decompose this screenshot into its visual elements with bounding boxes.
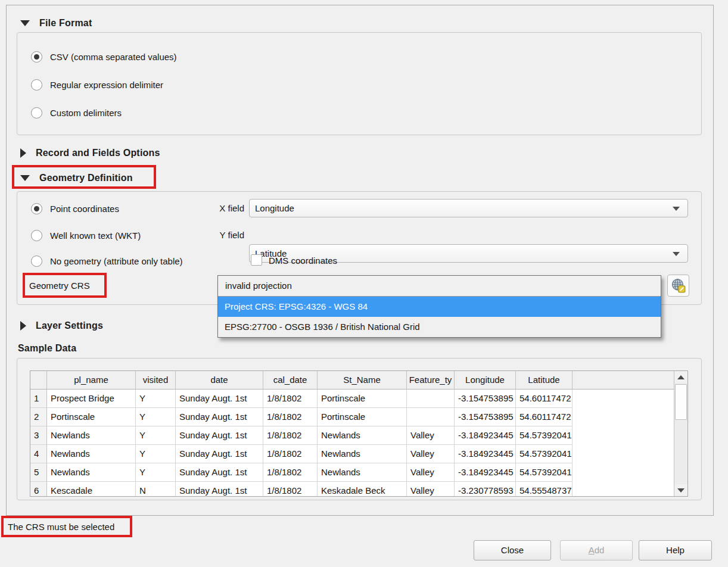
column-header-cal_date: cal_date (263, 371, 318, 390)
radio-button-icon[interactable] (31, 51, 42, 63)
table-cell: Valley (407, 482, 455, 496)
column-header-St_Name: St_Name (318, 371, 407, 390)
add-button[interactable]: Add (560, 540, 633, 560)
section-header-geometry-definition[interactable]: Geometry Definition (20, 172, 133, 185)
radio-csv[interactable]: CSV (comma separated values) (31, 51, 177, 63)
geometry-crs-combobox-popup: invalid projection Project CRS: EPSG:432… (217, 275, 661, 338)
table-row: 6KescadaleNSunday Augt. 1st1/8/1802Keska… (30, 482, 674, 496)
table-cell: 1/8/1802 (263, 482, 318, 496)
geometry-crs-label: Geometry CRS (29, 281, 90, 291)
column-header-visited: visited (136, 371, 176, 390)
column-header-Latitude: Latitude (516, 371, 573, 390)
column-header-pl_name: pl_name (47, 371, 136, 390)
table-cell (407, 408, 455, 426)
row-number-cell: 3 (30, 426, 47, 445)
radio-wkt[interactable]: Well known text (WKT) (31, 230, 141, 241)
radio-label: CSV (comma separated values) (50, 52, 177, 62)
table-cell: Portinscale (318, 408, 407, 426)
radio-button-icon[interactable] (31, 256, 42, 267)
table-cell: 1/8/1802 (263, 426, 318, 445)
table-cell: 1/8/1802 (263, 445, 318, 463)
close-button[interactable]: Close (474, 540, 551, 560)
table-row: 5NewlandsYSunday Augt. 1st1/8/1802Newlan… (30, 463, 674, 482)
table-corner-cell (30, 371, 47, 390)
radio-label: Regular expression delimiter (50, 80, 163, 90)
table-cell (407, 390, 455, 408)
radio-button-icon[interactable] (31, 230, 42, 241)
table-row: 2PortinscaleYSunday Augt. 1st1/8/1802Por… (30, 408, 674, 426)
radio-no-geometry[interactable]: No geometry (attribute only table) (31, 256, 183, 267)
scroll-down-button[interactable] (674, 484, 687, 496)
dms-coordinates-label: DMS coordinates (269, 256, 337, 266)
radio-button-icon[interactable] (31, 203, 42, 214)
x-field-value: Longitude (255, 203, 294, 213)
table-cell: -3.184923445 (455, 426, 516, 445)
geometry-crs-combobox[interactable]: invalid projection (218, 276, 661, 297)
crs-dropdown-item-1[interactable]: EPSG:27700 - OSGB 1936 / British Nationa… (218, 317, 661, 337)
collapse-arrow-down-icon (20, 175, 30, 181)
collapse-arrow-right-icon (20, 321, 26, 331)
radio-label: Well known text (WKT) (50, 230, 141, 241)
row-number-cell: 1 (30, 390, 47, 408)
table-cell: -3.184923445 (455, 463, 516, 482)
collapse-arrow-right-icon (20, 148, 26, 158)
radio-label: No geometry (attribute only table) (50, 256, 183, 266)
section-title: File Format (39, 18, 92, 29)
radio-point-coordinates[interactable]: Point coordinates (31, 203, 119, 214)
table-cell: 54.57392041 (516, 463, 573, 482)
table-cell: Sunday Augt. 1st (176, 390, 263, 408)
column-header-Feature_ty: Feature_ty (407, 371, 455, 390)
chevron-down-icon (673, 252, 680, 256)
section-header-file-format[interactable]: File Format (20, 17, 92, 30)
table-cell-filler (573, 426, 674, 445)
table-cell: Portinscale (318, 390, 407, 408)
radio-button-icon[interactable] (31, 79, 42, 91)
radio-button-icon[interactable] (31, 107, 42, 119)
section-header-layer-settings[interactable]: Layer Settings (20, 319, 103, 332)
row-number-cell: 5 (30, 463, 47, 482)
table-cell: Portinscale (47, 408, 136, 426)
status-message: The CRS must be selected (8, 522, 114, 532)
table-cell: Y (136, 408, 176, 426)
table-cell: Newlands (47, 463, 136, 482)
table-cell: Valley (407, 426, 455, 445)
table-row: 4NewlandsYSunday Augt. 1st1/8/1802Newlan… (30, 445, 674, 463)
table-cell: 54.60117472 (516, 408, 573, 426)
sample-data-table: pl_namevisiteddatecal_dateSt_NameFeature… (30, 370, 688, 497)
table-cell: Y (136, 463, 176, 482)
section-title: Geometry Definition (39, 173, 133, 183)
dms-coordinates-checkbox[interactable] (251, 254, 262, 266)
table-row: 1Prospect BridgeYSunday Augt. 1st1/8/180… (30, 390, 674, 408)
radio-custom-delimiters[interactable]: Custom delimiters (31, 107, 122, 119)
vertical-scrollbar[interactable] (674, 371, 687, 496)
table-cell: Valley (407, 445, 455, 463)
collapse-arrow-down-icon (20, 20, 30, 26)
crs-dropdown-item-0[interactable]: Project CRS: EPSG:4326 - WGS 84 (218, 297, 661, 317)
arrow-down-icon (677, 488, 685, 493)
help-button[interactable]: Help (639, 540, 712, 560)
table-cell: -3.154753895 (455, 390, 516, 408)
row-number-cell: 4 (30, 445, 47, 463)
table-cell: Newlands (318, 426, 407, 445)
radio-label: Point coordinates (50, 204, 119, 214)
x-field-label: X field (210, 203, 244, 213)
table-cell: Y (136, 426, 176, 445)
scrollbar-thumb[interactable] (675, 384, 687, 420)
radio-regex-delimiter[interactable]: Regular expression delimiter (31, 79, 163, 91)
table-cell: Prospect Bridge (47, 390, 136, 408)
row-number-cell: 6 (30, 482, 47, 496)
table-cell: -3.184923445 (455, 445, 516, 463)
chevron-down-icon (673, 207, 680, 211)
scroll-up-button[interactable] (674, 371, 687, 383)
table-cell: Y (136, 390, 176, 408)
section-header-record-fields[interactable]: Record and Fields Options (20, 147, 160, 160)
x-field-combobox[interactable]: Longitude (249, 199, 688, 217)
table-cell: Sunday Augt. 1st (176, 445, 263, 463)
annotation-highlight-status: The CRS must be selected (1, 516, 132, 537)
table-cell: Newlands (318, 445, 407, 463)
column-header-date: date (176, 371, 263, 390)
table-row: 3NewlandsYSunday Augt. 1st1/8/1802Newlan… (30, 426, 674, 445)
table-cell: Newlands (47, 426, 136, 445)
crs-picker-button[interactable] (667, 275, 689, 297)
arrow-up-icon (677, 375, 685, 379)
